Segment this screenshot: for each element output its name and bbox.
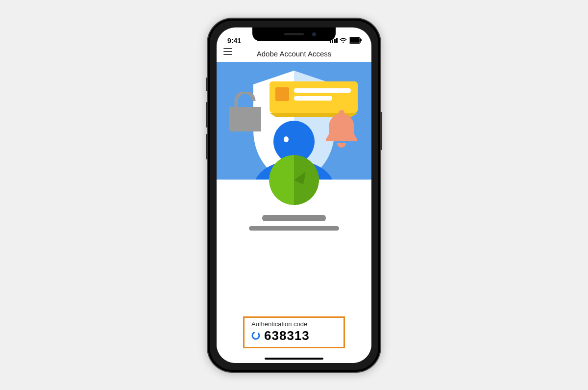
svg-rect-5	[294, 96, 332, 101]
stage: 9:41 Adobe Account Access	[0, 0, 588, 390]
phone-notch	[252, 27, 336, 41]
app-root: Adobe Account Access	[217, 27, 371, 363]
battery-icon	[349, 37, 361, 44]
phone-frame: 9:41 Adobe Account Access	[208, 19, 380, 372]
svg-rect-4	[294, 88, 351, 93]
placeholder-line-2	[249, 226, 339, 231]
wifi-icon	[340, 38, 347, 43]
phone-camera	[312, 32, 316, 36]
home-indicator[interactable]	[265, 358, 323, 360]
placeholder-line-1	[262, 215, 326, 221]
phone-side-button	[380, 112, 382, 150]
spinner-icon	[251, 331, 260, 340]
app-title: Adobe Account Access	[257, 50, 332, 58]
phone-screen: 9:41 Adobe Account Access	[217, 27, 371, 363]
svg-point-7	[251, 331, 260, 340]
bell-icon	[324, 109, 359, 150]
auth-code-value: 638313	[264, 328, 310, 343]
auth-code-row: 638313	[251, 328, 337, 343]
lock-icon	[227, 92, 263, 132]
phone-bezel: 9:41 Adobe Account Access	[210, 21, 378, 370]
auth-code-label: Authentication code	[251, 320, 337, 328]
phone-speaker	[284, 33, 304, 35]
auth-code-box: Authentication code 638313	[243, 316, 345, 348]
svg-rect-3	[275, 87, 289, 101]
phone-volume-up	[206, 102, 208, 128]
svg-rect-1	[229, 107, 261, 131]
phone-mute-switch	[206, 78, 208, 91]
phone-volume-down	[206, 134, 208, 159]
status-time: 9:41	[227, 37, 241, 45]
content-area: Authentication code 638313	[217, 180, 371, 363]
svg-point-0	[284, 136, 289, 142]
avatar-icon	[269, 155, 319, 205]
status-right	[330, 37, 361, 44]
